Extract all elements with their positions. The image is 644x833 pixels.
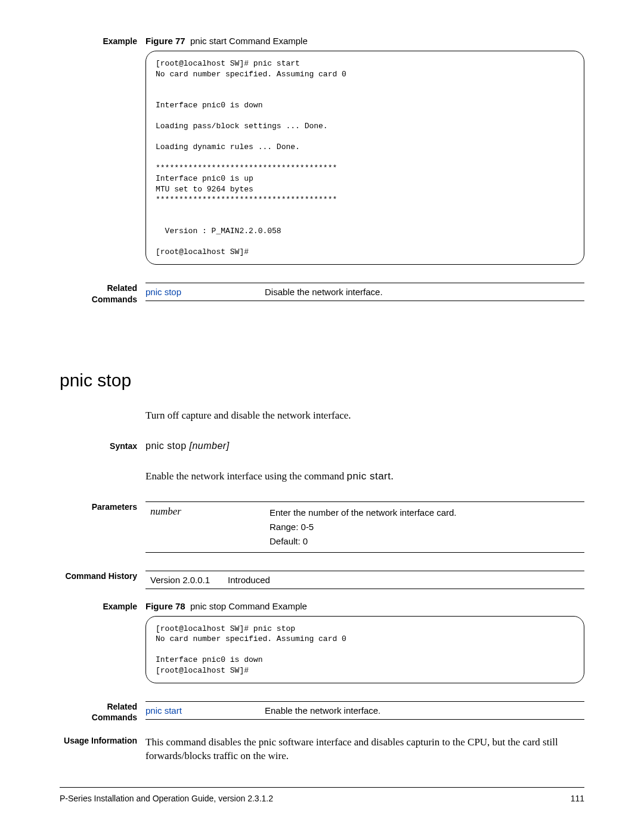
- example-label: Example: [60, 36, 145, 265]
- syntax-command: pnic stop: [145, 441, 189, 451]
- figure2-caption: Figure 78 pnic stop Command Example: [145, 601, 584, 611]
- intro-text: Turn off capture and disable the network…: [145, 408, 584, 423]
- related-command-link[interactable]: pnic stop: [145, 287, 265, 297]
- code-example-2: [root@localhost SW]# pnic stop No card n…: [145, 616, 584, 684]
- history-row: Version 2.0.0.1 Introduced: [145, 571, 584, 589]
- footer-rule: [60, 787, 584, 788]
- parameters-label: Parameters: [60, 501, 145, 553]
- usage-info-label: Usage Information: [60, 735, 145, 764]
- figure-title: pnic start Command Example: [190, 36, 308, 46]
- related2-command-desc: Enable the network interface.: [265, 705, 380, 716]
- usage-info-text: This command disables the pnic software …: [145, 735, 584, 764]
- related-commands-label: Related Commands: [60, 283, 145, 304]
- footer-left: P-Series Installation and Operation Guid…: [60, 794, 273, 803]
- parameter-name: number: [145, 506, 270, 549]
- figure2-title: pnic stop Command Example: [190, 601, 307, 611]
- parameter-desc: Enter the number of the network interfac…: [270, 506, 457, 549]
- command-title: pnic stop: [60, 370, 584, 391]
- figure-caption: Figure 77 pnic start Command Example: [145, 36, 584, 46]
- enable-text: Enable the network interface using the c…: [145, 469, 584, 484]
- related-command-desc: Disable the network interface.: [265, 287, 383, 297]
- page-number: 111: [571, 794, 584, 803]
- code-example-1: [root@localhost SW]# pnic start No card …: [145, 51, 584, 265]
- history-version: Version 2.0.0.1: [145, 575, 228, 585]
- related2-command-link[interactable]: pnic start: [145, 705, 265, 716]
- command-history-label: Command History: [60, 571, 145, 589]
- related2-commands-table: pnic start Enable the network interface.: [145, 701, 584, 720]
- parameter-row: number Enter the number of the network i…: [145, 501, 584, 553]
- figure-number: Figure 77: [145, 36, 185, 46]
- related-commands-table: pnic stop Disable the network interface.: [145, 283, 584, 301]
- related2-commands-label: Related Commands: [60, 701, 145, 723]
- history-desc: Introduced: [228, 575, 270, 585]
- figure2-number: Figure 78: [145, 601, 185, 611]
- syntax-label: Syntax: [60, 441, 145, 451]
- example2-label: Example: [60, 601, 145, 684]
- syntax-arg: [number]: [189, 441, 229, 451]
